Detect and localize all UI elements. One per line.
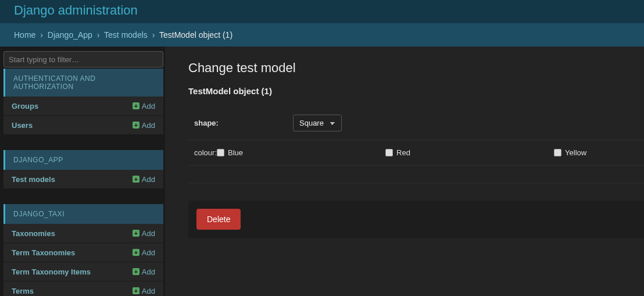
plus-icon: + [133,287,139,294]
object-name: TestModel object (1) [188,86,644,96]
app-header[interactable]: DJANGO_TAXI [3,204,163,224]
add-label: Add [142,121,155,130]
plus-icon: + [133,102,139,109]
add-link[interactable]: +Add [133,268,155,276]
colour-label-text: Blue [228,148,243,157]
breadcrumb: Home › Django_App › Test models › TestMo… [0,23,644,47]
shape-select[interactable]: Square [293,115,342,131]
model-row: Term Taxonomy Items+Add [3,262,163,281]
model-row: Test models+Add [3,170,163,189]
header: Django administration [0,0,644,23]
add-link[interactable]: +Add [133,102,155,110]
app-group: DJANGO_TAXITaxonomies+AddTerm Taxonomies… [3,204,163,296]
add-label: Add [142,248,155,257]
breadcrumb-sep: › [152,30,155,40]
site-title[interactable]: Django administration [14,3,138,18]
add-link[interactable]: +Add [133,248,155,257]
add-label: Add [142,268,155,276]
sidebar-filter-input[interactable] [3,51,163,67]
content: Change test model TestModel object (1) s… [165,47,644,296]
breadcrumb-app[interactable]: Django_App [48,30,92,40]
plus-icon: + [133,249,139,256]
model-link[interactable]: Terms [12,287,34,295]
model-link[interactable]: Taxonomies [12,229,55,238]
delete-button[interactable]: Delete [196,209,241,230]
breadcrumb-sep: › [97,30,100,40]
colour-label-text: Red [396,148,410,157]
model-link[interactable]: Groups [12,102,38,110]
add-link[interactable]: +Add [133,229,155,238]
model-row: Groups+Add [3,97,163,116]
plus-icon: + [133,268,139,275]
colour-label: colour: [194,148,217,157]
add-label: Add [142,102,155,110]
model-link[interactable]: Term Taxonomy Items [12,268,91,276]
add-link[interactable]: +Add [133,287,155,295]
model-row: Terms+Add [3,281,163,296]
plus-icon: + [133,176,139,183]
breadcrumb-home[interactable]: Home [14,30,35,40]
submit-row: Delete [188,201,644,238]
breadcrumb-model[interactable]: Test models [104,30,148,40]
plus-icon: + [133,122,139,129]
add-label: Add [142,287,155,295]
breadcrumb-current: TestModel object (1) [159,30,232,40]
plus-icon: + [133,230,139,237]
model-link[interactable]: Term Taxonomies [12,248,75,257]
add-label: Add [142,175,155,184]
model-row: Taxonomies+Add [3,224,163,243]
shape-label: shape: [194,119,293,127]
colour-label-text: Yellow [565,148,586,157]
field-row-colour: colour: BlueRedYellowGreen [188,140,644,166]
sidebar: AUTHENTICATION AND AUTHORIZATIONGroups+A… [0,47,165,296]
model-row: Users+Add [3,116,163,135]
breadcrumb-sep: › [40,30,43,40]
colour-checkbox[interactable] [217,149,224,156]
page-title: Change test model [188,60,644,76]
spacer [188,166,644,183]
model-link[interactable]: Users [12,121,33,130]
field-row-shape: shape: Square [188,106,644,140]
colour-option[interactable]: Blue [217,148,316,157]
app-group: DJANGO_APPTest models+Add [3,150,163,189]
model-link[interactable]: Test models [12,175,55,184]
colour-checkbox[interactable] [385,149,393,156]
add-link[interactable]: +Add [133,121,155,130]
colour-option[interactable]: Red [385,148,484,157]
colour-option[interactable]: Yellow [554,148,644,157]
app-header[interactable]: DJANGO_APP [3,150,163,170]
add-label: Add [142,229,155,238]
colour-checkbox[interactable] [554,149,561,156]
app-group: AUTHENTICATION AND AUTHORIZATIONGroups+A… [3,69,163,135]
app-header[interactable]: AUTHENTICATION AND AUTHORIZATION [3,69,163,97]
model-row: Term Taxonomies+Add [3,243,163,262]
add-link[interactable]: +Add [133,175,155,184]
